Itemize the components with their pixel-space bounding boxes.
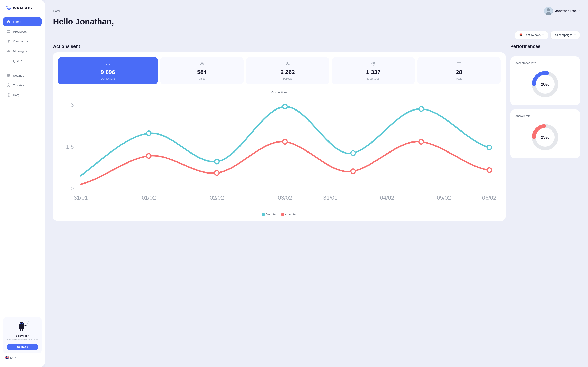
svg-point-12 [28, 321, 29, 322]
follows-value: 2 262 [281, 69, 295, 75]
language-label: En [10, 356, 13, 359]
svg-point-41 [147, 154, 151, 158]
svg-rect-17 [20, 325, 23, 325]
visits-value: 584 [197, 69, 207, 75]
sidebar-item-home-label: Home [13, 20, 21, 24]
answer-rate-value: 23% [541, 135, 549, 140]
sidebar-item-faq[interactable]: ? FAQ [3, 91, 42, 100]
content-grid: Actions sent 9 896 C [53, 44, 580, 221]
answer-rate-title: Answer rate [515, 114, 531, 118]
chart-title: Connections [58, 91, 501, 94]
stat-tile-follows[interactable]: 2 262 Follows [246, 57, 329, 84]
mails-value: 28 [456, 69, 462, 75]
svg-text:02/02: 02/02 [210, 194, 224, 201]
svg-rect-3 [7, 50, 10, 52]
filters-row: 📅 Last 14 days ▾ All campaigns ▾ [53, 31, 580, 39]
svg-point-35 [147, 131, 151, 136]
prospects-icon [7, 29, 11, 33]
svg-text:31/01: 31/01 [323, 194, 337, 201]
svg-point-42 [215, 171, 219, 175]
svg-text:03/02: 03/02 [278, 194, 292, 201]
answer-rate-card: Answer rate 23% [510, 109, 580, 158]
sidebar-item-queue[interactable]: Queue [3, 56, 42, 65]
avatar [544, 7, 553, 16]
campaign-filter[interactable]: All campaigns ▾ [550, 31, 580, 39]
follows-icon [285, 61, 290, 67]
sidebar-item-settings[interactable]: Settings [3, 71, 42, 80]
stat-tile-connections[interactable]: 9 896 Connections [58, 57, 158, 84]
language-selector[interactable]: 🇬🇧 En ▾ [3, 353, 42, 362]
mails-icon [457, 61, 461, 67]
flag-icon: 🇬🇧 [5, 356, 9, 360]
campaign-filter-chevron-icon: ▾ [574, 33, 576, 37]
svg-rect-20 [25, 325, 26, 326]
breadcrumb: Home [53, 9, 61, 13]
svg-rect-18 [20, 329, 21, 331]
upgrade-button[interactable]: Upgrade [7, 344, 38, 350]
home-icon [7, 20, 11, 24]
stat-tile-visits[interactable]: 584 Visits [160, 57, 243, 84]
svg-point-15 [20, 323, 21, 324]
svg-text:31/01: 31/01 [73, 194, 88, 201]
actions-sent-panel: Actions sent 9 896 C [53, 44, 506, 221]
svg-rect-19 [22, 329, 23, 331]
language-chevron-icon: ▾ [15, 357, 16, 359]
svg-rect-5 [7, 60, 10, 61]
svg-point-22 [547, 8, 550, 11]
legend-envoyees: Envoyées [262, 213, 277, 216]
trial-days-label: 3 days left [7, 334, 38, 337]
sidebar-item-campaigns-label: Campaigns [13, 40, 29, 43]
messages-value: 1 337 [366, 69, 380, 75]
logo-text: WAALAXY [13, 6, 33, 10]
settings-icon [7, 73, 11, 77]
line-chart: 3 1,5 0 [58, 96, 501, 210]
mails-label: Mails [456, 77, 462, 80]
svg-text:04/02: 04/02 [380, 194, 394, 201]
answer-rate-donut: 23% [529, 121, 562, 154]
sidebar-item-faq-label: FAQ [13, 93, 19, 97]
svg-text:3: 3 [71, 101, 74, 108]
chart-container: Connections 3 1,5 0 [58, 89, 501, 216]
messages-stat-icon [371, 61, 376, 67]
svg-point-10 [25, 322, 26, 322]
sidebar: WAALAXY Home Prospects Campaigns [0, 0, 45, 367]
svg-text:06/02: 06/02 [482, 194, 497, 201]
trial-card: 3 days left Your free trial will end in … [3, 317, 42, 353]
svg-text:1,5: 1,5 [66, 143, 74, 150]
envoyees-dot [262, 213, 265, 216]
stat-tile-messages[interactable]: 1 337 Messages [332, 57, 415, 84]
sidebar-item-messages[interactable]: Messages [3, 47, 42, 55]
acceptees-label: Acceptées [285, 213, 296, 216]
user-profile[interactable]: Jonathan Doe ▾ [544, 7, 580, 16]
svg-point-46 [487, 168, 492, 172]
avatar-image [544, 7, 553, 16]
faq-icon: ? [7, 93, 11, 97]
acceptance-rate-card: Acceptance rate 28% [510, 57, 580, 105]
logo[interactable]: WAALAXY [3, 5, 42, 11]
queue-icon [7, 59, 11, 63]
follows-label: Follows [283, 77, 292, 80]
user-name: Jonathan Doe [555, 9, 577, 13]
svg-point-44 [351, 169, 355, 174]
sidebar-item-home[interactable]: Home [3, 17, 42, 26]
sidebar-item-campaigns[interactable]: Campaigns [3, 37, 42, 46]
svg-point-25 [109, 63, 110, 64]
acceptance-rate-donut: 28% [529, 68, 562, 100]
performances-panel: Performances Acceptance rate 28% Answer … [510, 44, 580, 221]
sidebar-nav: Home Prospects Campaigns Messages [3, 17, 42, 314]
date-range-filter[interactable]: 📅 Last 14 days ▾ [515, 31, 548, 39]
svg-point-36 [215, 159, 219, 164]
sidebar-item-prospects[interactable]: Prospects [3, 27, 42, 36]
sidebar-bottom: 3 days left Your free trial will end in … [3, 314, 42, 362]
svg-text:05/02: 05/02 [437, 194, 451, 201]
connections-icon [105, 61, 111, 67]
svg-point-45 [419, 140, 424, 144]
acceptance-rate-title: Acceptance rate [515, 61, 536, 65]
svg-text:?: ? [8, 94, 9, 97]
date-filter-chevron-icon: ▾ [542, 33, 544, 37]
sidebar-item-tutorials[interactable]: Tutorials [3, 81, 42, 90]
stat-tiles: 9 896 Connections 584 Visits [58, 57, 501, 84]
stat-tile-mails[interactable]: 28 Mails [417, 57, 501, 84]
sidebar-item-queue-label: Queue [13, 59, 22, 63]
date-range-label: Last 14 days [524, 33, 540, 37]
